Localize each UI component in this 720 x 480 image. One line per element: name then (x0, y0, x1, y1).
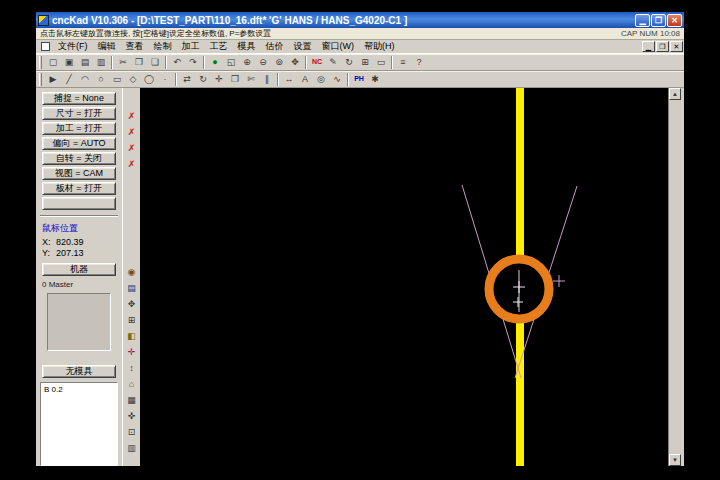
rotate-icon[interactable]: ↻ (195, 72, 211, 87)
sheet-toggle-button[interactable]: 板材 = 打开 (42, 182, 116, 195)
machining-toggle-button[interactable]: 加工 = 打开 (42, 122, 116, 135)
print-icon[interactable]: ▥ (93, 55, 109, 70)
vertical-scrollbar[interactable]: ▲ ▼ (668, 88, 681, 466)
menu-technology[interactable]: 工艺 (205, 40, 233, 53)
side-tool-icon[interactable]: ▦ (125, 393, 139, 407)
paste-icon[interactable]: ❏ (147, 55, 163, 70)
menu-tooling[interactable]: 模具 (233, 40, 261, 53)
side-tool-icon[interactable]: ✜ (125, 409, 139, 423)
zoom-in-icon[interactable]: ⊕ (239, 55, 255, 70)
side-tool-icon[interactable]: ✥ (125, 297, 139, 311)
toolbar-separator (347, 73, 349, 86)
menu-help[interactable]: 帮助(H) (359, 40, 400, 53)
arc-icon[interactable]: ◠ (77, 72, 93, 87)
side-tool-icon[interactable]: ▥ (125, 441, 139, 455)
machine-selection[interactable]: 0 Master (42, 280, 116, 289)
side-tool-icon[interactable]: ◧ (125, 329, 139, 343)
maximize-button[interactable]: ❐ (651, 14, 666, 27)
text-icon[interactable]: A (297, 72, 313, 87)
dimension-icon[interactable]: ↔ (281, 72, 297, 87)
menu-file[interactable]: 文件(F) (53, 40, 93, 53)
view-toggle-button[interactable]: 视图 = CAM (42, 167, 116, 180)
pan-icon[interactable]: ✥ (287, 55, 303, 70)
layers-icon[interactable]: ≡ (395, 55, 411, 70)
delete-marker-icon[interactable]: ✗ (125, 125, 139, 139)
side-tool-icon[interactable]: ◉ (125, 265, 139, 279)
scroll-up-icon[interactable]: ▲ (669, 88, 681, 100)
toolbar-draw: ▶ ╱ ◠ ○ ▭ ◇ ◯ · ⇄ ↻ ✛ ❐ ✄ ∥ ↔ A ◎ ∿ PH ✱ (36, 71, 684, 88)
route-icon[interactable]: ∿ (329, 72, 345, 87)
copy-icon[interactable]: ❐ (131, 55, 147, 70)
mdi-restore-button[interactable]: ❐ (656, 41, 669, 52)
mirror-icon[interactable]: ⇄ (179, 72, 195, 87)
grid-icon[interactable]: ⊞ (357, 55, 373, 70)
close-button[interactable]: ✕ (667, 14, 682, 27)
snap-toggle-button[interactable]: 捕捉 = None (42, 92, 116, 105)
redraw-icon[interactable]: ↻ (341, 55, 357, 70)
side-tool-icon[interactable]: ↕ (125, 361, 139, 375)
zoom-out-icon[interactable]: ⊖ (255, 55, 271, 70)
no-tool-button[interactable]: 无模具 (42, 365, 116, 378)
ph-icon[interactable]: PH (351, 72, 367, 87)
title-bar[interactable]: cncKad V10.306 - [D:\TEST_PART\110_16.df… (36, 12, 684, 28)
point-icon[interactable]: · (157, 72, 173, 87)
drawing-canvas[interactable] (140, 88, 668, 466)
blank-button[interactable] (42, 197, 116, 210)
save-icon[interactable]: ▤ (77, 55, 93, 70)
mdi-minimize-button[interactable]: ▁ (642, 41, 655, 52)
tool-list[interactable]: B 0.2 (40, 382, 118, 466)
tool-list-item[interactable]: B 0.2 (44, 385, 114, 394)
cut-icon[interactable]: ✂ (115, 55, 131, 70)
line-icon[interactable]: ╱ (61, 72, 77, 87)
document-icon[interactable] (41, 42, 50, 51)
zoom-window-icon[interactable]: ◱ (223, 55, 239, 70)
menu-settings[interactable]: 设置 (289, 40, 317, 53)
delete-marker-icon[interactable]: ✗ (125, 109, 139, 123)
menu-draw[interactable]: 绘制 (149, 40, 177, 53)
nc-icon[interactable]: NC (309, 55, 325, 70)
select-icon[interactable]: ▶ (45, 72, 61, 87)
trim-icon[interactable]: ✄ (243, 72, 259, 87)
punch-icon[interactable]: ◎ (313, 72, 329, 87)
ellipse-icon[interactable]: ◯ (141, 72, 157, 87)
machine-button[interactable]: 机器 (42, 263, 116, 276)
redo-icon[interactable]: ↷ (185, 55, 201, 70)
side-tool-icon[interactable]: ▤ (125, 281, 139, 295)
open-icon[interactable]: ▣ (61, 55, 77, 70)
menu-view[interactable]: 查看 (121, 40, 149, 53)
move-icon[interactable]: ✛ (211, 72, 227, 87)
dimensions-toggle-button[interactable]: 尺寸 = 打开 (42, 107, 116, 120)
optimize-icon[interactable]: ✱ (367, 72, 383, 87)
side-tool-icon[interactable]: ⊞ (125, 313, 139, 327)
delete-marker-icon[interactable]: ✗ (125, 141, 139, 155)
circle-icon[interactable]: ○ (93, 72, 109, 87)
menu-edit[interactable]: 编辑 (93, 40, 121, 53)
help-icon[interactable]: ? (411, 55, 427, 70)
run-icon[interactable]: ● (207, 55, 223, 70)
toolbar-grip[interactable] (39, 56, 42, 69)
direction-toggle-button[interactable]: 偏向 = AUTO (42, 137, 116, 150)
menu-machining[interactable]: 加工 (177, 40, 205, 53)
hint-bar: 点击鼠标左键放置微连接, 按[空格键]设定全坐标数值, P=参数设置 CAP N… (36, 28, 684, 40)
toolbar-grip[interactable] (39, 73, 42, 86)
rect-icon[interactable]: ▭ (109, 72, 125, 87)
toolbar-standard: ▢ ▣ ▤ ▥ ✂ ❐ ❏ ↶ ↷ ● ◱ ⊕ ⊖ ⊚ ✥ NC ✎ ↻ ⊞ ▭… (36, 54, 684, 71)
ruler-icon[interactable]: ▭ (373, 55, 389, 70)
edit-icon[interactable]: ✎ (325, 55, 341, 70)
offset-icon[interactable]: ∥ (259, 72, 275, 87)
menu-window[interactable]: 窗口(W) (317, 40, 360, 53)
mdi-close-button[interactable]: ✕ (670, 41, 683, 52)
polygon-icon[interactable]: ◇ (125, 72, 141, 87)
minimize-button[interactable]: ▁ (635, 14, 650, 27)
undo-icon[interactable]: ↶ (169, 55, 185, 70)
menu-estimate[interactable]: 估价 (261, 40, 289, 53)
delete-marker-icon[interactable]: ✗ (125, 157, 139, 171)
rotation-toggle-button[interactable]: 自转 = 关闭 (42, 152, 116, 165)
scroll-down-icon[interactable]: ▼ (669, 454, 681, 466)
new-icon[interactable]: ▢ (45, 55, 61, 70)
duplicate-icon[interactable]: ❐ (227, 72, 243, 87)
side-tool-icon[interactable]: ⌂ (125, 377, 139, 391)
side-tool-icon[interactable]: ✛ (125, 345, 139, 359)
zoom-fit-icon[interactable]: ⊚ (271, 55, 287, 70)
side-tool-icon[interactable]: ⊡ (125, 425, 139, 439)
